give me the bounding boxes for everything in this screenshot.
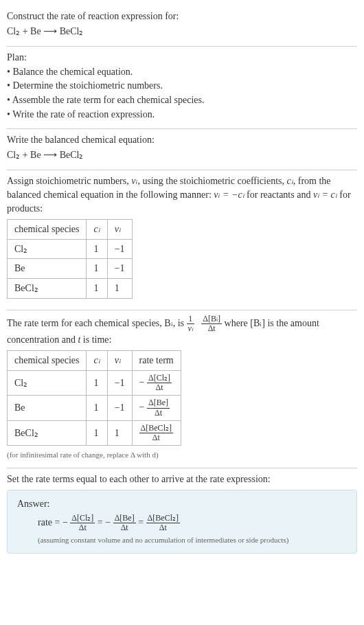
rateterm-note: (for infinitesimal rate of change, repla… — [7, 450, 357, 460]
cell-ci: 1 — [87, 278, 107, 298]
cell-rateterm: − Δ[Cl₂] Δt — [132, 371, 181, 396]
plan-section: Plan: • Balance the chemical equation. •… — [7, 47, 357, 128]
col-rateterm: rate term — [132, 351, 181, 371]
rate-label: rate = — [38, 517, 62, 527]
denominator: Δt — [146, 523, 180, 532]
table-row: BeCl₂ 1 1 Δ[BeCl₂] Δt — [8, 420, 181, 445]
fraction: Δ[Bᵢ] Δt — [201, 315, 222, 333]
numerator: Δ[BeCl₂] — [139, 424, 173, 433]
numerator: Δ[Cl₂] — [147, 374, 172, 383]
table-row: Cl₂ 1 −1 − Δ[Cl₂] Δt — [8, 371, 181, 396]
denominator: Δt — [201, 324, 222, 333]
col-nui: νᵢ — [107, 351, 132, 371]
table-row: Be 1 −1 — [8, 259, 133, 279]
plan-item: • Balance the chemical equation. — [7, 65, 357, 79]
text: The rate term for each chemical species,… — [7, 317, 187, 328]
fraction: Δ[Be] Δt — [147, 398, 170, 417]
sign: − — [62, 517, 68, 527]
cell-species: Be — [8, 396, 87, 420]
cell-nui: −1 — [107, 396, 132, 420]
cell-nui: −1 — [107, 239, 132, 259]
cell-rateterm: − Δ[Be] Δt — [132, 396, 181, 420]
rateterm-section: The rate term for each chemical species,… — [7, 310, 357, 468]
plan-item: • Write the rate of reaction expression. — [7, 108, 357, 122]
table-row: Be 1 −1 − Δ[Be] Δt — [8, 396, 181, 420]
rel-react: νᵢ = −cᵢ — [214, 190, 244, 200]
text: is time: — [80, 334, 111, 345]
col-ci: cᵢ — [87, 220, 107, 240]
prompt-text: Construct the rate of reaction expressio… — [7, 10, 357, 23]
fraction: Δ[BeCl₂] Δt — [146, 514, 180, 532]
sign: − — [139, 402, 145, 412]
denominator: Δt — [147, 409, 170, 418]
col-ci: cᵢ — [87, 351, 107, 371]
table-header-row: chemical species cᵢ νᵢ rate term — [8, 351, 181, 371]
numerator: Δ[BeCl₂] — [146, 514, 180, 523]
c-i: cᵢ — [287, 176, 293, 186]
header-section: Construct the rate of reaction expressio… — [7, 5, 357, 46]
cell-species: Cl₂ — [8, 239, 87, 259]
cell-species: BeCl₂ — [8, 420, 87, 445]
sign: − — [105, 517, 111, 527]
numerator: Δ[Cl₂] — [70, 514, 95, 523]
plan-item: • Determine the stoichiometric numbers. — [7, 79, 357, 93]
denominator: Δt — [113, 523, 136, 532]
stoich-table: chemical species cᵢ νᵢ Cl₂ 1 −1 Be 1 −1 … — [7, 219, 133, 298]
balanced-title: Write the balanced chemical equation: — [7, 133, 357, 147]
numerator: Δ[Be] — [147, 398, 170, 408]
fraction: Δ[Cl₂] Δt — [147, 374, 172, 392]
cell-ci: 1 — [87, 396, 107, 420]
text: Assign stoichiometric numbers, — [7, 176, 131, 186]
denominator: Δt — [147, 383, 172, 392]
numerator: Δ[Bᵢ] — [201, 315, 222, 324]
answer-note: (assuming constant volume and no accumul… — [38, 535, 347, 545]
cell-ci: 1 — [87, 420, 107, 445]
col-species: chemical species — [8, 220, 87, 240]
stoich-intro: Assign stoichiometric numbers, νᵢ, using… — [7, 174, 357, 215]
sign: − — [139, 377, 145, 387]
fraction: 1 νᵢ — [187, 315, 194, 333]
stoich-section: Assign stoichiometric numbers, νᵢ, using… — [7, 170, 357, 309]
numerator: Δ[Be] — [113, 514, 136, 523]
cell-rateterm: Δ[BeCl₂] Δt — [132, 420, 181, 445]
col-species: chemical species — [8, 351, 87, 371]
cell-nui: −1 — [107, 371, 132, 396]
balanced-equation: Cl₂ + Be ⟶ BeCl₂ — [7, 148, 357, 162]
balanced-section: Write the balanced chemical equation: Cl… — [7, 129, 357, 170]
table-row: BeCl₂ 1 1 — [8, 278, 133, 298]
text: , using the stoichiometric coefficients, — [137, 176, 286, 186]
equals: = — [138, 517, 146, 527]
fraction: Δ[Be] Δt — [113, 514, 136, 532]
fraction: Δ[BeCl₂] Δt — [139, 424, 173, 442]
rateterm-intro: The rate term for each chemical species,… — [7, 315, 357, 347]
denominator: Δt — [70, 523, 95, 532]
answer-label: Answer: — [17, 497, 347, 511]
final-title: Set the rate terms equal to each other t… — [7, 473, 357, 486]
final-section: Set the rate terms equal to each other t… — [7, 468, 357, 560]
plan-item: • Assemble the rate term for each chemic… — [7, 93, 357, 107]
fraction: Δ[Cl₂] Δt — [70, 514, 95, 532]
rel-prod: νᵢ = cᵢ — [313, 190, 337, 200]
plan-title: Plan: — [7, 51, 357, 65]
equals: = — [98, 517, 105, 527]
answer-box: Answer: rate = − Δ[Cl₂] Δt = − Δ[Be] Δt … — [7, 490, 357, 553]
table-row: Cl₂ 1 −1 — [8, 239, 133, 259]
rateterm-table: chemical species cᵢ νᵢ rate term Cl₂ 1 −… — [7, 350, 181, 446]
denominator: Δt — [139, 433, 173, 442]
cell-nui: −1 — [107, 259, 132, 279]
cell-ci: 1 — [87, 259, 107, 279]
cell-species: Cl₂ — [8, 371, 87, 396]
text: for reactants and — [244, 190, 313, 200]
numerator: 1 — [187, 315, 194, 324]
cell-ci: 1 — [87, 239, 107, 259]
col-nui: νᵢ — [107, 220, 132, 240]
cell-species: Be — [8, 259, 87, 279]
cell-ci: 1 — [87, 371, 107, 396]
rate-expression: rate = − Δ[Cl₂] Δt = − Δ[Be] Δt = Δ[BeCl… — [38, 514, 347, 532]
cell-nui: 1 — [107, 278, 132, 298]
table-header-row: chemical species cᵢ νᵢ — [8, 220, 133, 240]
cell-species: BeCl₂ — [8, 278, 87, 298]
header-equation: Cl₂ + Be ⟶ BeCl₂ — [7, 25, 357, 38]
denominator: νᵢ — [187, 324, 194, 333]
cell-nui: 1 — [107, 420, 132, 445]
